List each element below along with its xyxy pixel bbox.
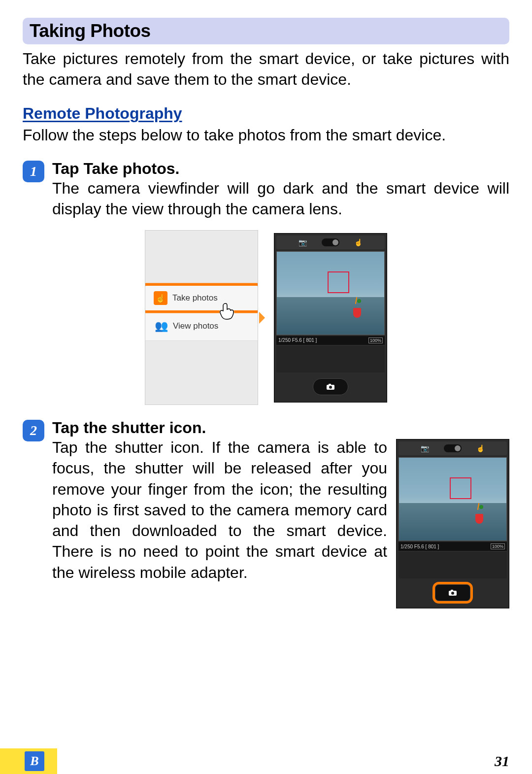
- step-number-badge-2: 2: [23, 420, 44, 441]
- menu-take-photos[interactable]: ☝ Take photos: [145, 283, 258, 313]
- svg-point-2: [329, 386, 332, 389]
- step1-title: Tap Take photos.: [52, 160, 509, 178]
- menu-view-photos[interactable]: 👥 View photos: [145, 311, 258, 341]
- battery-badge: 100%: [368, 337, 383, 343]
- step-number-badge: 1: [23, 161, 44, 182]
- pointer-hand-icon: [219, 301, 238, 325]
- step-1: 1 Tap Take photos. The camera viewfinder…: [23, 160, 509, 219]
- live-view-image-2: [399, 457, 507, 541]
- mode-toggle-2[interactable]: [444, 444, 462, 452]
- thumbnail-strip-2: [399, 552, 507, 578]
- step1-title-pre: Tap: [52, 160, 83, 177]
- viewfinder-topbar-2: 📷 ☝: [399, 441, 507, 455]
- phone-viewfinder-screenshot-2: 📷 ☝ 1/250 F5.6 [ 801 ] 100: [396, 439, 509, 608]
- thumbnail-strip: [276, 346, 385, 372]
- subject-cocktail-2: [473, 505, 486, 524]
- battery-badge-2: 100%: [491, 543, 505, 549]
- exposure-info-bar: 1/250 F5.6 [ 801 ] 100%: [276, 336, 385, 345]
- arrow-icon: [259, 312, 265, 324]
- camera-mode-icon: 📷: [299, 238, 307, 246]
- mode-toggle[interactable]: [322, 238, 339, 246]
- section-title: Taking Photos: [30, 21, 502, 41]
- touch-mode-icon: ☝: [476, 444, 485, 452]
- subsection-heading: Remote Photography: [23, 104, 509, 123]
- svg-point-5: [451, 592, 454, 595]
- step1-title-post: .: [175, 160, 180, 177]
- intro-text: Take pictures remotely from the smart de…: [23, 48, 509, 90]
- subsection-text: Follow the steps below to take photos fr…: [23, 125, 509, 145]
- step-2: 2 Tap the shutter icon. Tap the shutter …: [23, 419, 509, 608]
- step2-text: Tap the shutter icon. If the camera is a…: [52, 437, 387, 583]
- section-title-bar: Taking Photos: [23, 18, 509, 44]
- step2-title: Tap the shutter icon.: [52, 419, 509, 437]
- svg-rect-1: [329, 384, 331, 385]
- section-letter-badge: B: [25, 751, 44, 771]
- menu-take-label: Take photos: [172, 293, 218, 303]
- viewfinder-topbar: 📷 ☝: [276, 236, 385, 249]
- camera-icon: [448, 589, 457, 596]
- camera-mode-icon: 📷: [421, 444, 429, 452]
- subject-cocktail: [351, 299, 364, 318]
- step1-text: The camera viewfinder will go dark and t…: [52, 178, 509, 219]
- focus-indicator: [328, 271, 349, 293]
- live-view-image: [276, 251, 385, 335]
- step1-figures: ☝ Take photos 👥 View photos 📷 ☝: [23, 230, 509, 405]
- touch-mode-icon: ☝: [354, 238, 363, 246]
- exposure-info-bar-2: 1/250 F5.6 [ 801 ] 100%: [399, 542, 507, 551]
- camera-icon: [326, 383, 335, 390]
- take-photos-icon: ☝: [154, 291, 167, 305]
- step1-title-bold: Take photos: [83, 160, 175, 177]
- svg-rect-4: [451, 590, 453, 591]
- view-photos-icon: 👥: [154, 319, 168, 333]
- shutter-button-highlighted[interactable]: [435, 584, 470, 601]
- focus-indicator-2: [450, 477, 471, 499]
- menu-view-label: View photos: [173, 321, 218, 331]
- phone-viewfinder-screenshot-1: 📷 ☝ 1/250 F5.6 [ 801 ] 100%: [274, 233, 387, 403]
- exposure-info: 1/250 F5.6 [ 801 ]: [278, 337, 317, 343]
- page-number: 31: [495, 753, 509, 770]
- page-footer: B 31: [0, 748, 532, 774]
- shutter-button[interactable]: [313, 378, 348, 395]
- exposure-info-2: 1/250 F5.6 [ 801 ]: [400, 544, 439, 549]
- phone-menu-screenshot: ☝ Take photos 👥 View photos: [145, 230, 258, 405]
